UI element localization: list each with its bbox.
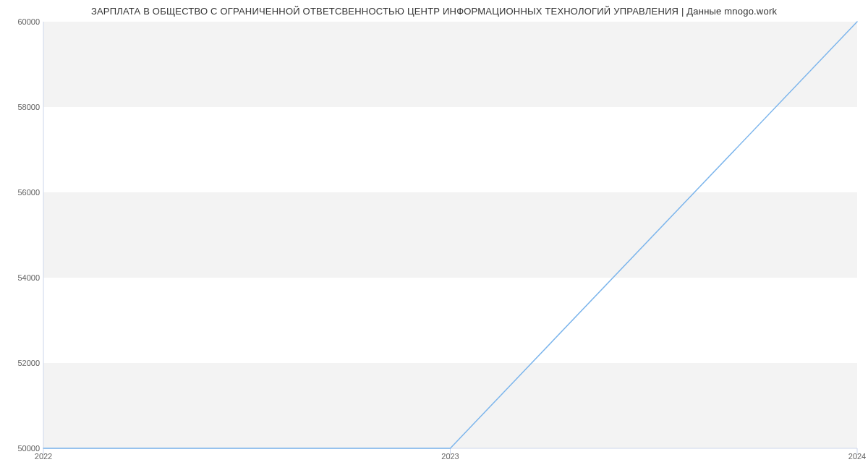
y-tick-label: 54000 (4, 273, 40, 282)
y-tick-label: 56000 (4, 188, 40, 197)
plot-svg (43, 22, 857, 448)
grid-band (43, 192, 857, 278)
plot-area (43, 22, 857, 448)
y-tick-label: 60000 (4, 17, 40, 26)
grid-band (43, 363, 857, 448)
y-tick-label: 58000 (4, 103, 40, 111)
y-tick-label: 52000 (4, 359, 40, 367)
grid-band (43, 22, 857, 107)
salary-chart: ЗАРПЛАТА В ОБЩЕСТВО С ОГРАНИЧЕННОЙ ОТВЕТ… (0, 0, 868, 470)
chart-title: ЗАРПЛАТА В ОБЩЕСТВО С ОГРАНИЧЕННОЙ ОТВЕТ… (0, 6, 868, 17)
